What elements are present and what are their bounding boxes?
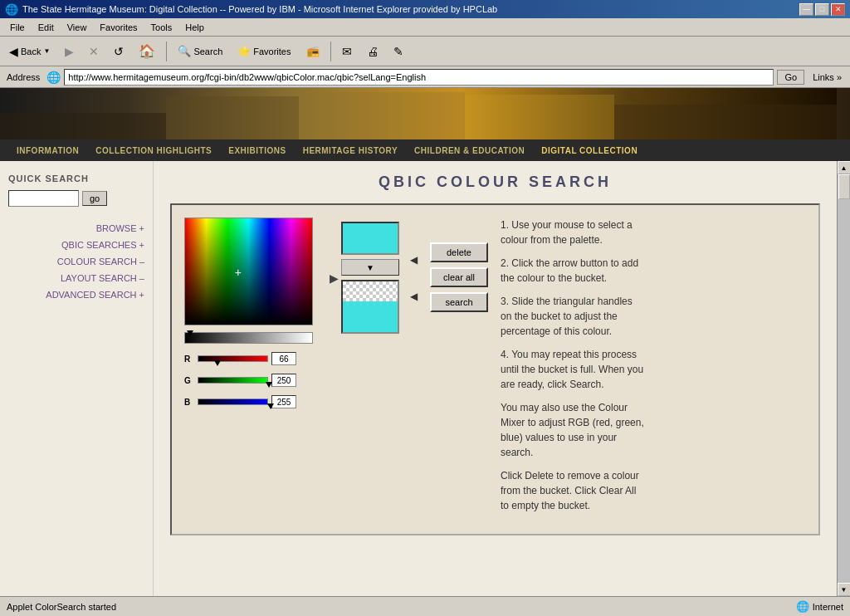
menu-favorites[interactable]: Favorites: [93, 21, 144, 34]
bucket-handles: ◀ ◀: [410, 237, 418, 320]
r-slider[interactable]: [198, 355, 268, 362]
instruction-1: 1. Use your mouse to select a colour fro…: [501, 218, 646, 247]
action-buttons: delete clear all search: [430, 218, 488, 521]
left-handle-bottom-icon[interactable]: ◀: [410, 291, 418, 302]
nav-history[interactable]: HERMITAGE HISTORY: [295, 143, 406, 159]
title-bar: 🌐 The State Hermitage Museum: Digital Co…: [0, 0, 850, 18]
menu-view[interactable]: View: [61, 21, 94, 34]
title-bar-left: 🌐 The State Hermitage Museum: Digital Co…: [5, 3, 497, 16]
left-handle-top-icon[interactable]: ◀: [410, 254, 418, 266]
stop-button[interactable]: ✕: [83, 42, 105, 61]
quick-search-go-button[interactable]: go: [82, 191, 107, 206]
nav-children[interactable]: CHILDREN & EDUCATION: [406, 143, 533, 159]
forward-button[interactable]: ▶: [59, 42, 80, 61]
nav-digital[interactable]: DIGITAL COLLECTION: [533, 143, 646, 159]
bucket-filled-color: [343, 301, 398, 332]
home-button[interactable]: 🏠: [133, 40, 161, 62]
sidebar-qbic-searches[interactable]: QBIC SEARCHES +: [8, 240, 144, 250]
svg-rect-1: [0, 113, 166, 139]
nav-bar: INFORMATION COLLECTION HIGHLIGHTS EXHIBI…: [0, 139, 850, 161]
search-color-button[interactable]: search: [430, 292, 488, 312]
nav-information[interactable]: INFORMATION: [8, 143, 87, 159]
sidebar-advanced-search[interactable]: ADVANCED SEARCH +: [8, 290, 144, 300]
links-button[interactable]: Links »: [808, 71, 847, 84]
sidebar-browse[interactable]: BROWSE +: [8, 223, 144, 233]
clear-all-button[interactable]: clear all: [430, 267, 488, 287]
print-button[interactable]: 🖨: [361, 42, 384, 61]
g-value: 250: [271, 374, 296, 387]
edit-button[interactable]: ✎: [388, 42, 409, 61]
toolbar: ◀ Back ▼ ▶ ✕ ↺ 🏠 🔍 Search ⭐ Favorites 📻 …: [0, 37, 850, 66]
minimize-button[interactable]: —: [799, 3, 813, 16]
quick-search-input[interactable]: [8, 190, 79, 207]
page-icon: 🌐: [46, 71, 61, 84]
scroll-up-button[interactable]: ▲: [838, 161, 851, 174]
b-slider[interactable]: [198, 398, 268, 405]
palette-cursor: [238, 272, 247, 281]
scroll-thumb[interactable]: [838, 174, 850, 199]
title-bar-buttons: — □ ✕: [799, 3, 845, 16]
r-value: 66: [271, 352, 296, 365]
sidebar: Quick Search go BROWSE + QBIC SEARCHES +…: [0, 161, 154, 596]
instruction-6: Click Delete to remove a colour from the…: [501, 468, 646, 513]
bucket-section: ▶ ▼ ◀ ◀: [325, 218, 418, 521]
favorites-label: Favorites: [253, 46, 291, 56]
r-thumb: [214, 360, 221, 366]
r-label: R: [184, 354, 194, 364]
back-label: Back: [21, 46, 41, 56]
quick-search-row: go: [8, 190, 144, 207]
close-button[interactable]: ✕: [831, 3, 845, 16]
refresh-icon: ↺: [114, 45, 124, 58]
selected-color-preview: [341, 222, 399, 255]
back-dropdown-icon[interactable]: ▼: [43, 47, 50, 55]
sidebar-layout-search[interactable]: LAYOUT SEARCH –: [8, 273, 144, 283]
instruction-2: 2. Click the arrow button to add the col…: [501, 256, 646, 286]
menu-tools[interactable]: Tools: [144, 21, 179, 34]
sidebar-colour-search[interactable]: COLOUR SEARCH –: [8, 257, 144, 266]
mail-icon: ✉: [342, 45, 352, 58]
scrollbar: ▲ ▼: [837, 161, 850, 596]
delete-button[interactable]: delete: [430, 242, 488, 262]
scroll-down-button[interactable]: ▼: [838, 583, 851, 596]
g-slider-container: [198, 375, 268, 385]
b-value: 255: [271, 395, 296, 408]
svg-rect-3: [299, 92, 465, 139]
down-arrow-icon: ▼: [366, 263, 374, 272]
search-button[interactable]: 🔍 Search: [172, 42, 228, 61]
nav-collection[interactable]: COLLECTION HIGHLIGHTS: [87, 143, 220, 159]
bucket-area: ▼: [341, 222, 408, 334]
g-thumb: [266, 382, 272, 388]
mail-button[interactable]: ✉: [336, 42, 358, 61]
back-button[interactable]: ◀ Back ▼: [3, 42, 56, 61]
b-label: B: [184, 398, 194, 407]
go-button[interactable]: Go: [777, 70, 804, 85]
menu-file[interactable]: File: [3, 21, 32, 34]
media-button[interactable]: 📻: [300, 42, 325, 61]
grayscale-bar[interactable]: [184, 332, 313, 344]
edit-icon: ✎: [393, 45, 403, 58]
maximize-button[interactable]: □: [815, 3, 829, 16]
menu-edit[interactable]: Edit: [32, 21, 61, 34]
favorites-icon: ⭐: [237, 45, 251, 57]
g-row: G 250: [184, 374, 313, 387]
right-arrow-icon: ▶: [330, 271, 339, 285]
window-title: The State Hermitage Museum: Digital Coll…: [22, 4, 497, 14]
main-content: Quick Search go BROWSE + QBIC SEARCHES +…: [0, 161, 850, 596]
color-palette[interactable]: [184, 218, 313, 325]
refresh-button[interactable]: ↺: [108, 42, 129, 61]
address-label: Address: [3, 72, 43, 82]
separator-2: [330, 42, 331, 61]
scroll-track[interactable]: [838, 174, 851, 583]
forward-icon: ▶: [65, 45, 74, 58]
favorites-button[interactable]: ⭐ Favorites: [232, 42, 296, 61]
address-input[interactable]: [64, 69, 774, 86]
sidebar-nav: BROWSE + QBIC SEARCHES + COLOUR SEARCH –…: [8, 223, 144, 300]
add-to-bucket-area: ▶ ▼ ◀ ◀: [330, 222, 418, 334]
nav-exhibitions[interactable]: EXHIBITIONS: [220, 143, 294, 159]
g-slider[interactable]: [198, 377, 268, 384]
b-row: B 255: [184, 395, 313, 408]
add-color-button[interactable]: ▼: [341, 259, 399, 276]
color-picker-area: R 66 G 250 B: [184, 218, 313, 521]
menu-help[interactable]: Help: [178, 21, 211, 34]
menu-bar: File Edit View Favorites Tools Help: [0, 18, 850, 37]
